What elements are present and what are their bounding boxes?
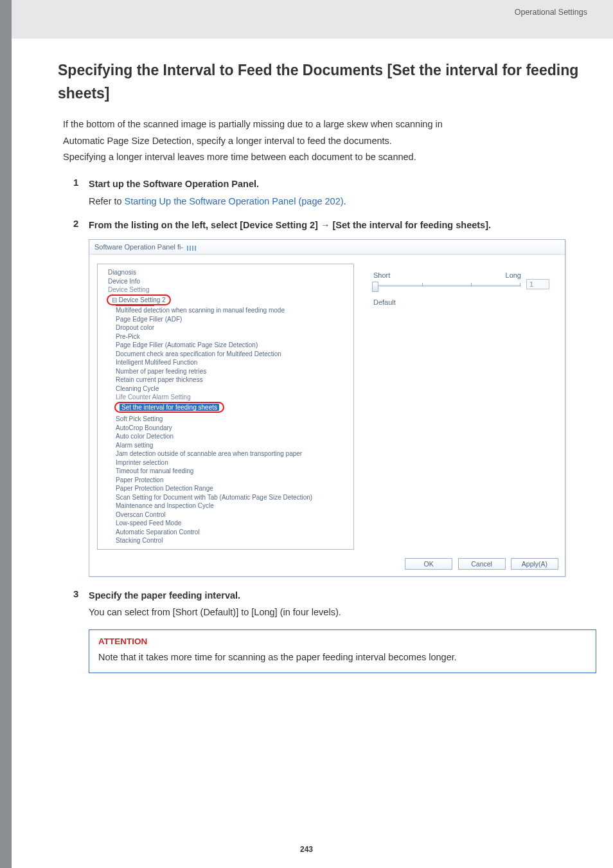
tree-item[interactable]: Alarm setting (104, 441, 350, 450)
tree-diagnosis[interactable]: Diagnosis (104, 268, 350, 277)
page-title: Specifying the Interval to Feed the Docu… (58, 59, 580, 105)
tree-item[interactable]: Soft Pick Setting (104, 415, 350, 424)
step1-text-prefix: Refer to (89, 196, 125, 206)
tree-item[interactable]: Paper Protection (104, 476, 350, 485)
attention-callout: ATTENTION Note that it takes more time f… (89, 629, 596, 673)
tree-item[interactable]: Dropout color (104, 323, 350, 332)
step3-number: 3 (73, 588, 89, 620)
tree-item[interactable]: Document check area specification for Mu… (104, 350, 350, 359)
tree-item[interactable]: Timeout for manual feeding (104, 467, 350, 476)
tree-item[interactable]: Paper Protection Detection Range (104, 484, 350, 493)
tree-device-setting-struck: Device Setting (104, 285, 350, 294)
slider-knob[interactable] (372, 282, 378, 292)
slider-label-long: Long (506, 271, 521, 279)
apply-button[interactable]: Apply(A) (511, 558, 558, 570)
header-category: Operational Settings (515, 8, 587, 17)
interval-slider[interactable] (373, 285, 521, 287)
tree-item[interactable]: Imprinter selection (104, 458, 350, 467)
tree-item[interactable]: Retain current paper thickness (104, 375, 350, 384)
step1-link[interactable]: Starting Up the Software Operation Panel… (125, 196, 344, 206)
tree-item[interactable]: Jam detection outside of scannable area … (104, 449, 350, 458)
slider-label-short: Short (373, 271, 390, 279)
slider-value: 1 (526, 279, 549, 289)
tree-selected-highlight[interactable]: Set the interval for feeding sheets (114, 402, 224, 413)
tree-item[interactable]: Multifeed detection when scanning in man… (104, 306, 350, 315)
tree-item[interactable]: Automatic Separation Control (104, 528, 350, 537)
tree-selected-item[interactable]: Set the interval for feeding sheets (120, 404, 219, 411)
software-operation-panel-window: Software Operation Panel fi- Diagnosis D… (89, 239, 565, 577)
tree-item[interactable]: Scan Setting for Document with Tab (Auto… (104, 493, 350, 502)
tree-item[interactable]: Pre-Pick (104, 332, 350, 341)
attention-text: Note that it takes more time for scannin… (98, 650, 587, 665)
attention-heading: ATTENTION (98, 637, 587, 646)
step3-text: You can select from [Short (Default)] to… (89, 604, 580, 620)
step1-text-suffix: . (344, 196, 346, 206)
intro-line3: Specifying a longer interval leaves more… (63, 152, 416, 162)
sop-window-title: Software Operation Panel fi- (94, 243, 183, 251)
intro-line2: Automatic Page Size Detection, specify a… (63, 136, 392, 146)
intro-line1: If the bottom of the scanned image is pa… (63, 119, 443, 129)
tree-item[interactable]: Stacking Control (104, 536, 350, 545)
tree-item[interactable]: Low-speed Feed Mode (104, 519, 350, 528)
step1-number: 1 (73, 177, 89, 209)
page-number: 243 (0, 845, 613, 854)
tree-device-info[interactable]: Device Info (104, 277, 350, 286)
step2-number: 2 (73, 218, 89, 233)
tree-item-struck: Life Counter Alarm Setting (104, 393, 350, 402)
tree-device-setting-2-highlight[interactable]: ⊟ Device Setting 2 (107, 294, 171, 306)
tree-item[interactable]: Intelligent Multifeed Function (104, 358, 350, 367)
step3-title: Specify the paper feeding interval. (89, 588, 580, 603)
title-decor-icon (187, 246, 196, 251)
tree-item[interactable]: AutoCrop Boundary (104, 424, 350, 433)
step2-title: From the listing on the left, select [De… (89, 218, 580, 233)
tree-item[interactable]: Page Edge Filler (ADF) (104, 315, 350, 324)
settings-tree[interactable]: Diagnosis Device Info Device Setting ⊟ D… (97, 264, 354, 550)
tree-item[interactable]: Overscan Control (104, 511, 350, 520)
cancel-button[interactable]: Cancel (458, 558, 506, 570)
tree-item[interactable]: Number of paper feeding retries (104, 367, 350, 376)
ok-button[interactable]: OK (405, 558, 452, 570)
tree-item[interactable]: Auto color Detection (104, 432, 350, 441)
default-label: Default (373, 298, 549, 306)
tree-item[interactable]: Page Edge Filler (Automatic Page Size De… (104, 341, 350, 350)
step1-title: Start up the Software Operation Panel. (89, 177, 580, 192)
tree-item[interactable]: Cleaning Cycle (104, 384, 350, 393)
tree-item[interactable]: Maintenance and Inspection Cycle (104, 502, 350, 511)
